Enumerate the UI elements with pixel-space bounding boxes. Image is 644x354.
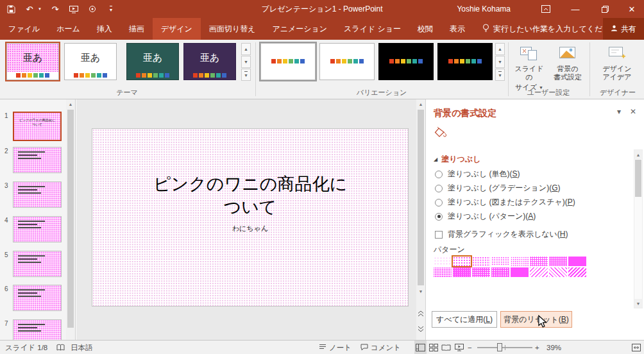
variant-thumbnail-current[interactable]	[260, 43, 316, 80]
variant-thumbnail[interactable]	[319, 43, 375, 80]
slide-thumbnail-6[interactable]: 6	[13, 285, 62, 311]
slide-sorter-view-button[interactable]	[427, 341, 439, 354]
slide-thumbnail-7[interactable]: 7	[13, 319, 62, 340]
tab-draw[interactable]: 描画	[121, 18, 153, 40]
fit-to-window-icon[interactable]	[632, 341, 641, 354]
zoom-percentage[interactable]: 39%	[547, 341, 561, 354]
previous-slide-icon[interactable]	[416, 308, 425, 319]
share-button[interactable]: 共有	[603, 18, 644, 40]
customize-quick-access-icon[interactable]: ▾	[105, 3, 117, 15]
save-icon[interactable]	[5, 3, 17, 15]
pattern-swatch-selected[interactable]	[453, 257, 471, 266]
slide-thumbnail-5[interactable]: 5	[13, 251, 62, 277]
variant-thumbnail[interactable]	[437, 43, 493, 80]
zoom-slider[interactable]	[477, 347, 532, 348]
theme-thumbnail[interactable]: 亜あ	[183, 43, 236, 80]
radio-picture-texture-fill[interactable]: 塗りつぶし (図またはテクスチャ)(P)	[435, 197, 575, 208]
tab-slideshow[interactable]: スライド ショー	[335, 18, 409, 40]
radio-icon[interactable]	[435, 199, 443, 206]
tab-design[interactable]: デザイン	[153, 18, 201, 40]
pattern-swatch[interactable]	[472, 267, 490, 277]
theme-thumbnail[interactable]: 亜あ	[64, 43, 117, 80]
ribbon-display-options-icon[interactable]	[536, 0, 555, 18]
radio-icon[interactable]	[435, 185, 443, 192]
close-button[interactable]: ✕	[622, 0, 641, 18]
pane-close-icon[interactable]: ✕	[630, 107, 636, 116]
slide-canvas[interactable]: ピンクのワニの商品化に ついて わにちゃん	[92, 128, 409, 307]
tab-review[interactable]: 校閲	[409, 18, 441, 40]
radio-gradient-fill[interactable]: 塗りつぶし (グラデーション)(G)	[435, 183, 560, 194]
reading-view-button[interactable]	[440, 341, 452, 354]
minimize-button[interactable]: —	[566, 0, 585, 18]
slide-title-text[interactable]: ピンクのワニの商品化に ついて	[92, 173, 408, 219]
variant-thumbnail[interactable]	[378, 43, 434, 80]
pattern-swatch[interactable]	[549, 267, 567, 277]
pattern-swatch[interactable]	[511, 257, 529, 266]
gallery-scroll-down-icon[interactable]: ▼	[495, 56, 505, 68]
scroll-up-icon[interactable]: ▲	[416, 99, 425, 108]
proofing-icon[interactable]	[56, 341, 65, 354]
pattern-swatch[interactable]	[568, 267, 586, 277]
gallery-more-icon[interactable]: ▾	[241, 69, 251, 81]
scrollbar-thumb[interactable]	[635, 160, 641, 197]
pattern-swatch[interactable]	[568, 257, 586, 266]
zoom-out-icon[interactable]: −	[468, 341, 472, 354]
tab-animations[interactable]: アニメーション	[264, 18, 335, 40]
slide-thumbnail-3[interactable]: 3	[13, 181, 62, 208]
zoom-slider-thumb[interactable]	[497, 343, 502, 351]
scroll-down-icon[interactable]: ▼	[634, 299, 642, 308]
scrollbar-thumb[interactable]	[418, 110, 424, 285]
slide-thumbnail-1[interactable]: 1 ピンクのワニの商品化に ついて	[13, 112, 62, 141]
language-button[interactable]: 日本語	[71, 341, 93, 354]
pattern-swatch[interactable]	[453, 267, 471, 277]
scrollbar-thumb[interactable]	[67, 110, 74, 328]
tab-transitions[interactable]: 画面切り替え	[201, 18, 264, 40]
tab-home[interactable]: ホーム	[48, 18, 89, 40]
tab-insert[interactable]: 挿入	[89, 18, 121, 40]
comments-button[interactable]: コメント	[360, 341, 401, 354]
restore-button[interactable]	[595, 0, 614, 18]
vertical-scrollbar[interactable]: ▲ ▼	[416, 99, 425, 340]
undo-dropdown-icon[interactable]: ▾	[37, 3, 42, 15]
slide-thumbnail-4[interactable]: 4	[13, 216, 62, 242]
account-name[interactable]: Yoshie Kohama	[457, 0, 511, 18]
scroll-up-icon[interactable]: ▲	[66, 99, 75, 108]
gallery-scroll-down-icon[interactable]: ▼	[241, 56, 251, 68]
slideshow-view-button[interactable]	[453, 341, 465, 354]
pattern-swatch[interactable]	[472, 257, 490, 266]
radio-icon[interactable]	[435, 171, 443, 178]
radio-pattern-fill[interactable]: 塗りつぶし (パターン)(A)	[435, 211, 536, 222]
reset-background-button[interactable]: 背景のリセット(B)	[500, 311, 572, 328]
pattern-swatch[interactable]	[530, 267, 548, 277]
pattern-swatch[interactable]	[491, 257, 509, 266]
zoom-in-icon[interactable]: +	[535, 341, 539, 354]
checkbox-icon[interactable]	[435, 231, 443, 239]
radio-solid-fill[interactable]: 塗りつぶし (単色)(S)	[435, 169, 520, 180]
touch-mouse-mode-icon[interactable]	[87, 3, 98, 15]
tab-view[interactable]: 表示	[441, 18, 473, 40]
slide-subtitle-text[interactable]: わにちゃん	[92, 224, 408, 233]
normal-view-button[interactable]	[414, 341, 427, 354]
undo-icon[interactable]: ↶	[24, 3, 35, 15]
scroll-up-icon[interactable]: ▲	[634, 150, 642, 159]
start-slideshow-icon[interactable]	[68, 3, 80, 15]
pane-options-icon[interactable]: ▾	[617, 107, 621, 116]
notes-button[interactable]: ノート	[319, 341, 352, 354]
tab-file[interactable]: ファイル	[0, 18, 48, 40]
panel-scrollbar[interactable]: ▲	[66, 99, 75, 340]
hide-background-graphics-checkbox[interactable]: 背景グラフィックを表示しない(H)	[435, 229, 568, 240]
pattern-swatch[interactable]	[491, 267, 509, 277]
gallery-more-icon[interactable]: ▾	[495, 69, 505, 81]
fill-bucket-icon[interactable]	[434, 126, 449, 141]
pattern-swatch[interactable]	[511, 267, 529, 277]
scroll-down-icon[interactable]: ▼	[416, 287, 425, 296]
gallery-scroll-up-icon[interactable]: ▲	[241, 43, 251, 55]
pattern-swatch[interactable]	[434, 257, 452, 266]
pane-scrollbar[interactable]: ▲ ▼	[634, 149, 643, 308]
fill-section-header[interactable]: ◢ 塗りつぶし	[434, 154, 480, 165]
pattern-swatch[interactable]	[434, 267, 452, 277]
theme-thumbnail-current[interactable]: 亜あ	[6, 43, 59, 80]
theme-thumbnail[interactable]: 亜あ	[126, 43, 179, 80]
tell-me-box[interactable]: 実行したい作業を入力してください	[482, 18, 618, 40]
pattern-swatch[interactable]	[530, 257, 548, 266]
